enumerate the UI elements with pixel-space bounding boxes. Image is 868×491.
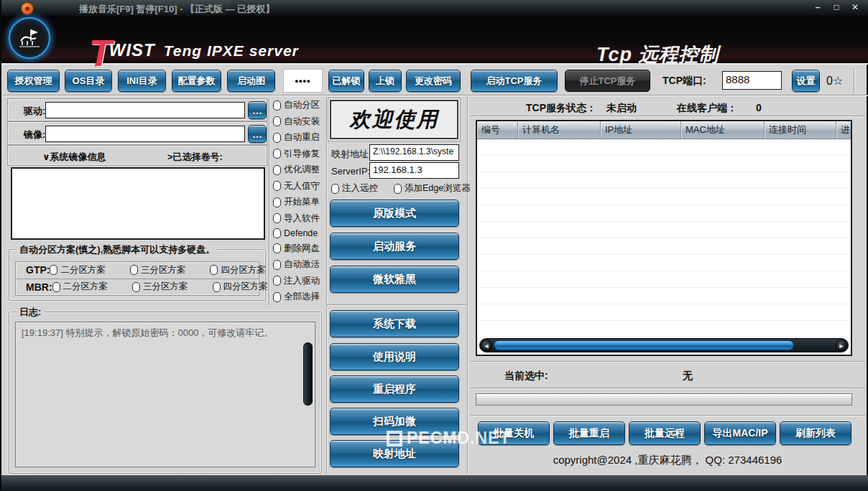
- settings-button[interactable]: 设置: [792, 70, 820, 92]
- checkbox-icon: [273, 165, 281, 175]
- log-textarea[interactable]: [19:19:37] 特别提示，解锁原始密码：0000，可修改请牢记。: [15, 322, 315, 467]
- map-address-input[interactable]: Z:\\192.168.1.3\syste: [369, 144, 459, 161]
- checkbox-start-menu[interactable]: 开始菜单: [273, 196, 325, 208]
- auth-manage-button[interactable]: 授权管理: [7, 70, 60, 92]
- checkbox-icon: [273, 276, 281, 286]
- password-input[interactable]: ••••: [283, 69, 323, 93]
- tcp-port-input[interactable]: 8888: [722, 71, 782, 90]
- gtp-label: GTP:: [16, 264, 50, 276]
- brand-letter-t: T: [89, 32, 112, 74]
- checkbox-unattended[interactable]: 无人值守: [273, 180, 325, 192]
- image-info-listbox[interactable]: [11, 167, 265, 240]
- mbr-option-3part[interactable]: 三分区方案: [132, 281, 188, 293]
- ini-dir-button[interactable]: INI目录: [118, 70, 166, 92]
- maximize-button[interactable]: □: [831, 2, 842, 12]
- checkbox-auto-partition[interactable]: 自动分区: [273, 99, 325, 111]
- checkbox-add-edge[interactable]: 添加Edge浏览器: [394, 182, 471, 195]
- boot-image-button[interactable]: 启动图: [227, 70, 275, 92]
- tray-logo-icon[interactable]: ☻: [21, 2, 34, 15]
- drive-label: 驱动:: [24, 105, 45, 118]
- favorite-star-counter[interactable]: 0☆: [826, 74, 843, 88]
- map-address-button[interactable]: 映射地址: [330, 440, 459, 467]
- table-hscrollbar[interactable]: ◄ ►: [479, 338, 849, 352]
- batch-shutdown-button[interactable]: 批量关机: [478, 421, 550, 445]
- usage-help-button[interactable]: 使用说明: [330, 343, 459, 370]
- col-header-id[interactable]: 编号: [477, 121, 518, 139]
- image-info-row: ∨系统镜像信息 >已选择卷号:: [7, 145, 267, 166]
- window-title: 播放音乐[F9] 暂停[F10] - 【正式版 — 已授权】: [79, 3, 274, 16]
- brand-subtitle: Teng IPXE server: [164, 42, 299, 59]
- col-header-mac[interactable]: MAC地址: [681, 121, 765, 139]
- log-scrollbar[interactable]: [303, 342, 313, 406]
- checkbox-label: 添加Edge浏览器: [405, 182, 471, 195]
- server-ip-input[interactable]: 192.168.1.3: [369, 162, 459, 179]
- batch-reboot-button[interactable]: 批量重启: [553, 421, 625, 445]
- drive-input[interactable]: [45, 102, 245, 118]
- log-groupbox: 日志: [19:19:37] 特别提示，解锁原始密码：0000，可修改请牢记。: [9, 312, 322, 474]
- col-header-computer-name[interactable]: 计算机名: [518, 121, 601, 139]
- mbr-label: MBR:: [16, 281, 52, 293]
- toolbar-bottom-divider: [3, 95, 868, 96]
- checkbox-inject-driver[interactable]: 注入驱动: [273, 275, 325, 287]
- radio-icon: [213, 282, 221, 292]
- image-label: 镜像:: [24, 128, 45, 141]
- config-params-button[interactable]: 配置参数: [172, 70, 221, 92]
- hscroll-thumb[interactable]: [494, 340, 794, 350]
- refresh-list-button[interactable]: 刷新列表: [780, 421, 851, 445]
- original-mode-button[interactable]: 原版模式: [330, 200, 459, 227]
- checkbox-icon: [273, 197, 281, 207]
- col-header-connect-time[interactable]: 连接时间: [765, 121, 836, 139]
- system-image-info-toggle[interactable]: ∨系统镜像信息: [42, 151, 106, 164]
- checkbox-auto-install[interactable]: 自动安装: [273, 116, 325, 128]
- gtp-option-4part[interactable]: 四分区方案: [210, 264, 266, 276]
- batch-remote-button[interactable]: 批量远程: [629, 421, 701, 445]
- wechat-qr-button[interactable]: 扫码加微: [330, 408, 459, 435]
- scroll-left-icon[interactable]: ◄: [481, 340, 492, 351]
- drive-browse-button[interactable]: …: [248, 101, 267, 119]
- checkbox-auto-activate[interactable]: 自动激活: [273, 258, 325, 271]
- checkbox-auto-reboot[interactable]: 自动重启: [273, 131, 325, 144]
- app-logo-icon: [9, 17, 50, 59]
- clients-table[interactable]: 编号 计算机名 IP地址 MAC地址 连接时间 进 ◄ ►: [476, 120, 852, 356]
- checkbox-boot-repair[interactable]: 引导修复: [273, 148, 325, 160]
- export-mac-ip-button[interactable]: 导出MAC/IP: [704, 421, 776, 445]
- system-download-button[interactable]: 系统下载: [330, 310, 459, 337]
- checkbox-icon: [273, 100, 281, 111]
- checkbox-remove-netdisk[interactable]: 删除网盘: [273, 243, 325, 255]
- tcp-status-label: TCP服务状态：: [526, 102, 596, 115]
- clients-table-body[interactable]: [477, 139, 851, 355]
- app-window: ☻ 播放音乐[F9] 暂停[F10] - 【正式版 — 已授权】 – □ ✕ T…: [0, 0, 868, 491]
- image-input[interactable]: [45, 126, 245, 142]
- header-band: TWISTTeng IPXE server Tcp 远程控制: [1, 16, 868, 65]
- start-tcp-button[interactable]: 启动TCP服务: [471, 70, 558, 92]
- log-entry: [19:19:37] 特别提示，解锁原始密码：0000，可修改请牢记。: [22, 327, 296, 340]
- font-yahei-button[interactable]: 微软雅黑: [330, 266, 459, 293]
- checkbox-defender[interactable]: Defende: [273, 228, 325, 238]
- minimize-button[interactable]: –: [812, 2, 823, 12]
- checkbox-label: 优化调整: [284, 164, 320, 176]
- col-header-progress[interactable]: 进: [836, 121, 851, 139]
- close-button[interactable]: ✕: [849, 2, 861, 12]
- checkbox-inject-remote[interactable]: 注入远控: [331, 182, 378, 195]
- checkbox-label: 注入远控: [342, 182, 378, 195]
- gtp-option-2part[interactable]: 二分区方案: [50, 264, 106, 276]
- change-password-button[interactable]: 更改密码: [406, 70, 461, 92]
- os-dir-button[interactable]: OS目录: [65, 70, 112, 92]
- scroll-right-icon[interactable]: ►: [836, 340, 847, 351]
- right-divider-2: [470, 361, 865, 363]
- start-service-button[interactable]: 启动服务: [330, 233, 459, 260]
- checkbox-label: 自动激活: [284, 258, 320, 271]
- restart-app-button[interactable]: 重启程序: [330, 375, 459, 403]
- checkbox-import-software[interactable]: 导入软件: [273, 212, 325, 225]
- lock-button[interactable]: 上锁: [369, 70, 402, 92]
- checkbox-select-all[interactable]: 全部选择: [273, 291, 325, 303]
- col-header-ip[interactable]: IP地址: [601, 121, 681, 139]
- gtp-option-3part[interactable]: 三分区方案: [130, 264, 186, 276]
- mbr-option-4part[interactable]: 四分区方案: [213, 281, 269, 293]
- unlocked-button[interactable]: 已解锁: [328, 70, 364, 92]
- checkbox-label: Defende: [284, 228, 318, 238]
- checkbox-icon: [331, 184, 339, 194]
- image-browse-button[interactable]: …: [248, 125, 267, 143]
- checkbox-optimize[interactable]: 优化调整: [273, 164, 325, 176]
- mbr-option-2part[interactable]: 二分区方案: [52, 281, 108, 293]
